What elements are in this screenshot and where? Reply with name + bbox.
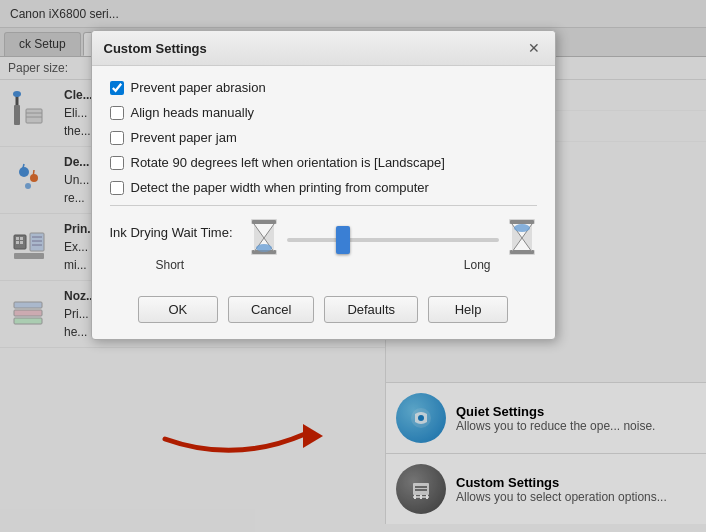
slider-long-label: Long xyxy=(464,258,491,272)
ok-button[interactable]: OK xyxy=(138,296,218,323)
prevent-jam-label[interactable]: Prevent paper jam xyxy=(131,130,237,145)
help-button[interactable]: Help xyxy=(428,296,508,323)
checkbox-detect-width-row: Detect the paper width when printing fro… xyxy=(110,180,537,195)
detect-width-label[interactable]: Detect the paper width when printing fro… xyxy=(131,180,429,195)
hourglass-long-icon xyxy=(507,218,537,256)
dialog-divider xyxy=(110,205,537,206)
prevent-abrasion-label[interactable]: Prevent paper abrasion xyxy=(131,80,266,95)
dialog-body: Prevent paper abrasion Align heads manua… xyxy=(92,66,555,286)
checkbox-rotate-90-row: Rotate 90 degrees left when orientation … xyxy=(110,155,537,170)
checkbox-align-heads-row: Align heads manually xyxy=(110,105,537,120)
ink-drying-section: Ink Drying Wait Time: xyxy=(110,218,537,272)
dialog-close-button[interactable]: ✕ xyxy=(525,39,543,57)
svg-point-41 xyxy=(514,224,530,232)
dialog-overlay: Custom Settings ✕ Prevent paper abrasion… xyxy=(0,0,706,532)
custom-settings-dialog: Custom Settings ✕ Prevent paper abrasion… xyxy=(91,30,556,340)
align-heads-label[interactable]: Align heads manually xyxy=(131,105,255,120)
defaults-button[interactable]: Defaults xyxy=(324,296,418,323)
checkbox-prevent-abrasion-row: Prevent paper abrasion xyxy=(110,80,537,95)
ink-drying-slider[interactable] xyxy=(287,238,499,242)
prevent-abrasion-checkbox[interactable] xyxy=(110,81,124,95)
detect-width-checkbox[interactable] xyxy=(110,181,124,195)
prevent-jam-checkbox[interactable] xyxy=(110,131,124,145)
slider-short-label: Short xyxy=(156,258,185,272)
ink-drying-label: Ink Drying Wait Time: xyxy=(110,225,233,240)
rotate-90-label[interactable]: Rotate 90 degrees left when orientation … xyxy=(131,155,445,170)
svg-rect-42 xyxy=(509,219,535,224)
svg-rect-43 xyxy=(509,250,535,255)
svg-rect-37 xyxy=(251,219,277,224)
dialog-title: Custom Settings xyxy=(104,41,207,56)
rotate-90-checkbox[interactable] xyxy=(110,156,124,170)
align-heads-checkbox[interactable] xyxy=(110,106,124,120)
svg-rect-38 xyxy=(251,250,277,255)
dialog-footer: OK Cancel Defaults Help xyxy=(92,286,555,339)
hourglass-short-icon xyxy=(249,218,279,256)
cancel-button[interactable]: Cancel xyxy=(228,296,314,323)
checkbox-prevent-jam-row: Prevent paper jam xyxy=(110,130,537,145)
dialog-titlebar: Custom Settings ✕ xyxy=(92,31,555,66)
